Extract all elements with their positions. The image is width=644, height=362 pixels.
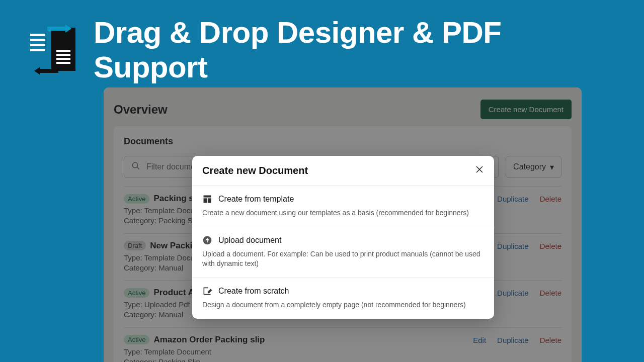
option-description: Design a document from a completely empt… bbox=[202, 300, 484, 310]
svg-rect-2 bbox=[56, 54, 70, 56]
option-title: Create from template bbox=[218, 195, 294, 204]
upload-icon bbox=[202, 235, 212, 245]
option-title: Upload document bbox=[218, 236, 281, 245]
svg-rect-8 bbox=[30, 49, 45, 51]
modal-title: Create new Document bbox=[202, 165, 308, 176]
hero-bar: Drag & Drop Designer & PDF Support bbox=[0, 0, 644, 95]
svg-rect-3 bbox=[56, 58, 70, 60]
svg-rect-13 bbox=[204, 196, 211, 198]
option-description: Upload a document. For example: Can be u… bbox=[202, 249, 484, 268]
svg-rect-6 bbox=[30, 39, 45, 41]
option-upload-document[interactable]: Upload document Upload a document. For e… bbox=[192, 227, 494, 278]
edit-icon bbox=[202, 286, 212, 296]
hero-title: Drag & Drop Designer & PDF Support bbox=[94, 15, 614, 84]
svg-rect-14 bbox=[204, 198, 207, 203]
close-icon[interactable] bbox=[475, 165, 484, 176]
svg-rect-15 bbox=[208, 198, 211, 203]
option-title: Create from scratch bbox=[218, 287, 289, 296]
template-icon bbox=[202, 194, 212, 204]
svg-rect-7 bbox=[30, 44, 45, 46]
option-description: Create a new document using our template… bbox=[202, 208, 484, 218]
svg-rect-4 bbox=[56, 62, 70, 64]
option-create-from-template[interactable]: Create from template Create a new docume… bbox=[192, 186, 494, 227]
app-logo-icon bbox=[30, 25, 76, 75]
svg-rect-5 bbox=[30, 34, 45, 36]
svg-rect-1 bbox=[56, 50, 70, 52]
svg-rect-0 bbox=[51, 28, 75, 71]
create-document-modal: Create new Document Create from template… bbox=[192, 156, 494, 319]
modal-header: Create new Document bbox=[192, 156, 494, 186]
option-create-from-scratch[interactable]: Create from scratch Design a document fr… bbox=[192, 278, 494, 319]
